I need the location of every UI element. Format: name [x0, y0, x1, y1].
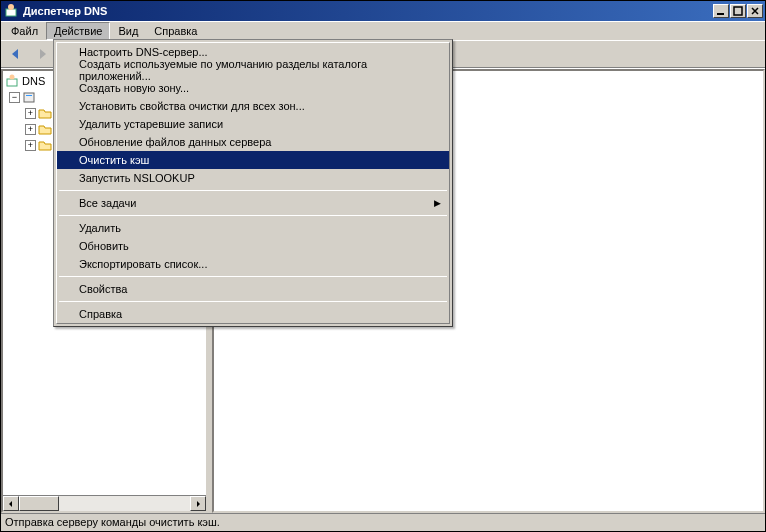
action-dropdown: Настроить DNS-сервер... Создать использу…	[53, 39, 453, 327]
minimize-button[interactable]	[713, 4, 729, 18]
menu-help[interactable]: Справка	[57, 305, 449, 323]
menu-view[interactable]: Вид	[110, 22, 146, 40]
svg-point-5	[10, 75, 15, 80]
svg-point-1	[8, 4, 14, 10]
menu-clear-cache[interactable]: Очистить кэш	[57, 151, 449, 169]
window-title: Диспетчер DNS	[23, 5, 713, 17]
folder-icon	[38, 138, 52, 152]
scroll-thumb[interactable]	[19, 496, 59, 511]
menu-scavenge-stale[interactable]: Удалить устаревшие записи	[57, 115, 449, 133]
tree-label: DNS	[22, 75, 45, 87]
server-icon	[22, 90, 36, 104]
scroll-left-button[interactable]	[3, 496, 19, 511]
menubar: Файл Действие Вид Справка	[1, 21, 765, 40]
svg-rect-7	[26, 95, 32, 96]
window-controls	[713, 4, 763, 18]
h-scrollbar[interactable]	[3, 495, 206, 511]
submenu-arrow-icon: ▶	[434, 198, 441, 208]
maximize-button[interactable]	[730, 4, 746, 18]
svg-rect-0	[6, 9, 16, 16]
menu-new-zone[interactable]: Создать новую зону...	[57, 79, 449, 97]
menu-separator	[59, 215, 447, 216]
menu-separator	[59, 190, 447, 191]
menu-launch-nslookup[interactable]: Запустить NSLOOKUP	[57, 169, 449, 187]
folder-icon	[38, 122, 52, 136]
back-button[interactable]	[5, 43, 27, 65]
svg-rect-3	[734, 7, 742, 15]
app-icon	[3, 3, 19, 19]
scroll-track[interactable]	[19, 496, 190, 511]
menu-help[interactable]: Справка	[146, 22, 205, 40]
menu-action[interactable]: Действие	[46, 22, 110, 40]
dns-icon	[5, 74, 19, 88]
menu-export-list[interactable]: Экспортировать список...	[57, 255, 449, 273]
menu-file[interactable]: Файл	[3, 22, 46, 40]
menu-properties[interactable]: Свойства	[57, 280, 449, 298]
menu-refresh[interactable]: Обновить	[57, 237, 449, 255]
svg-rect-2	[717, 13, 724, 15]
titlebar: Диспетчер DNS	[1, 1, 765, 21]
expand-icon[interactable]: +	[25, 124, 36, 135]
forward-button[interactable]	[31, 43, 53, 65]
menu-delete[interactable]: Удалить	[57, 219, 449, 237]
menu-create-default-partitions[interactable]: Создать используемые по умолчанию раздел…	[57, 61, 449, 79]
expand-icon[interactable]: +	[25, 108, 36, 119]
close-button[interactable]	[747, 4, 763, 18]
svg-rect-4	[7, 79, 17, 86]
menu-label: Все задачи	[79, 197, 136, 209]
statusbar: Отправка серверу команды очистить кэш.	[1, 513, 765, 531]
svg-rect-6	[24, 93, 34, 102]
folder-icon	[38, 106, 52, 120]
scroll-right-button[interactable]	[190, 496, 206, 511]
menu-all-tasks[interactable]: Все задачи▶	[57, 194, 449, 212]
menu-set-aging[interactable]: Установить свойства очистки для всех зон…	[57, 97, 449, 115]
collapse-icon[interactable]: −	[9, 92, 20, 103]
menu-separator	[59, 301, 447, 302]
status-text: Отправка серверу команды очистить кэш.	[5, 516, 220, 528]
menu-separator	[59, 276, 447, 277]
menu-update-data-files[interactable]: Обновление файлов данных сервера	[57, 133, 449, 151]
expand-icon[interactable]: +	[25, 140, 36, 151]
